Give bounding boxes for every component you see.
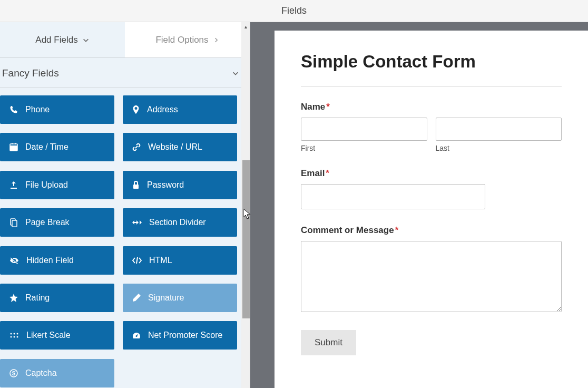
panel-tabs: Add Fields Field Options	[0, 22, 250, 58]
svg-rect-5	[133, 185, 139, 189]
email-label: Email*	[301, 168, 562, 179]
field-signature[interactable]: Signature	[123, 284, 237, 312]
field-label: Captcha	[25, 368, 57, 378]
scrollbar-track[interactable]: ▴	[241, 22, 250, 388]
link-icon	[132, 143, 141, 151]
calendar-icon	[9, 143, 18, 151]
field-label: Hidden Field	[26, 256, 74, 265]
field-password[interactable]: Password	[123, 171, 237, 199]
lock-icon	[132, 181, 140, 189]
phone-icon	[9, 105, 18, 114]
fields-grid: Phone Address Date / Time Website / URL …	[0, 88, 250, 388]
page-title: Fields	[281, 5, 307, 16]
field-rating[interactable]: Rating	[0, 284, 114, 312]
field-address[interactable]: Address	[123, 95, 237, 124]
field-label: Date / Time	[25, 142, 68, 152]
svg-point-10	[11, 333, 12, 335]
tab-label: Field Options	[155, 35, 208, 45]
page-break-icon	[9, 218, 18, 227]
first-sublabel: First	[301, 144, 427, 152]
field-html[interactable]: HTML	[123, 246, 237, 275]
upload-icon	[9, 181, 18, 189]
submit-button[interactable]: Submit	[301, 330, 356, 355]
field-page-break[interactable]: Page Break	[0, 208, 114, 237]
field-label: Net Promoter Score	[148, 331, 222, 340]
field-website-url[interactable]: Website / URL	[123, 133, 237, 161]
email-input[interactable]	[301, 184, 485, 209]
form-preview: Simple Contact Form Name* First Last	[275, 31, 588, 388]
section-fancy-fields[interactable]: Fancy Fields	[0, 58, 250, 88]
field-label: Address	[147, 105, 178, 114]
field-label: Password	[147, 180, 184, 190]
field-captcha[interactable]: S Captcha	[0, 359, 114, 387]
field-label: Website / URL	[148, 142, 202, 152]
field-hidden-field[interactable]: Hidden Field	[0, 246, 114, 275]
section-title: Fancy Fields	[2, 67, 59, 79]
svg-point-11	[14, 333, 15, 335]
field-label: Signature	[148, 293, 184, 303]
star-icon	[9, 294, 18, 302]
message-textarea[interactable]	[301, 241, 562, 312]
fields-panel: ▴ Add Fields Field Options Fancy Fields …	[0, 22, 250, 388]
field-section-divider[interactable]: Section Divider	[123, 208, 237, 237]
svg-point-13	[11, 336, 12, 338]
field-label: Phone	[25, 105, 50, 114]
field-date-time[interactable]: Date / Time	[0, 133, 114, 161]
chevron-down-icon	[232, 70, 239, 77]
chevron-down-icon	[82, 36, 90, 44]
field-likert-scale[interactable]: Likert Scale	[0, 321, 114, 350]
svg-point-15	[17, 336, 18, 338]
tab-add-fields[interactable]: Add Fields	[0, 22, 125, 57]
arrows-icon	[132, 219, 142, 226]
tab-label: Add Fields	[35, 35, 77, 45]
svg-point-12	[17, 333, 18, 335]
form-title: Simple Contact Form	[301, 52, 562, 87]
gauge-icon	[132, 332, 141, 339]
last-sublabel: Last	[436, 144, 562, 152]
first-name-input[interactable]	[301, 118, 427, 141]
svg-point-14	[14, 336, 15, 338]
required-mark: *	[326, 168, 329, 178]
field-label: HTML	[149, 256, 172, 265]
code-icon	[132, 257, 142, 264]
field-label: Likert Scale	[26, 331, 71, 340]
field-net-promoter-score[interactable]: Net Promoter Score	[123, 321, 237, 350]
form-field-message[interactable]: Comment or Message*	[301, 225, 562, 314]
field-phone[interactable]: Phone	[0, 95, 114, 124]
eye-slash-icon	[9, 257, 19, 264]
field-label: Rating	[25, 293, 50, 303]
form-field-name[interactable]: Name* First Last	[301, 102, 562, 152]
scrollbar-thumb[interactable]	[242, 160, 250, 318]
svg-text:S: S	[12, 371, 16, 376]
field-file-upload[interactable]: File Upload	[0, 171, 114, 199]
marker-icon	[132, 105, 140, 114]
message-label: Comment or Message*	[301, 225, 562, 236]
required-mark: *	[395, 225, 399, 235]
name-label: Name*	[301, 102, 562, 112]
required-mark: *	[326, 102, 330, 112]
chevron-right-icon	[213, 37, 219, 43]
field-label: Section Divider	[149, 218, 206, 227]
form-field-email[interactable]: Email*	[301, 168, 562, 209]
preview-panel: Simple Contact Form Name* First Last	[250, 22, 588, 388]
dots-icon	[9, 333, 19, 338]
pencil-icon	[132, 294, 141, 302]
svg-rect-7	[12, 220, 17, 227]
field-label: File Upload	[25, 180, 68, 190]
s-icon: S	[9, 369, 18, 377]
scrollbar-arrow-up-icon[interactable]: ▴	[241, 22, 250, 31]
page-header: Fields	[0, 0, 588, 22]
field-label: Page Break	[25, 218, 70, 227]
last-name-input[interactable]	[436, 118, 562, 141]
tab-field-options[interactable]: Field Options	[125, 22, 250, 57]
